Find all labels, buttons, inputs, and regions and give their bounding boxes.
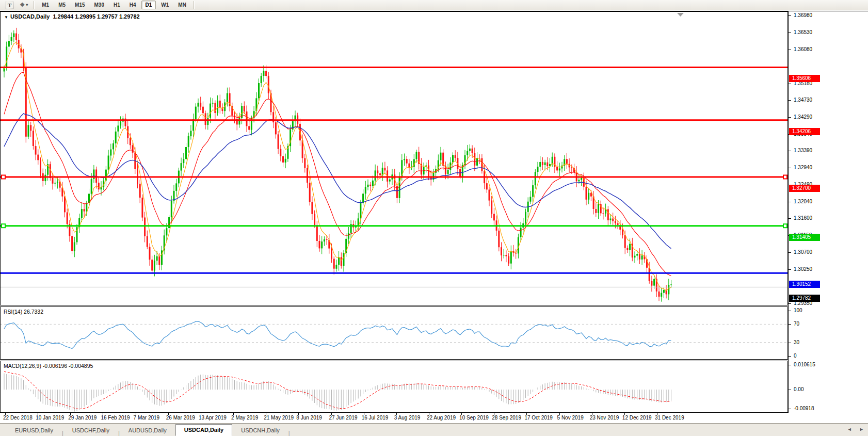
timeframe-button-D1[interactable]: D1: [141, 1, 156, 9]
timeframe-button-M15[interactable]: M15: [71, 1, 89, 9]
date-label: 10 Jan 2019: [36, 415, 64, 421]
date-label: 2 May 2019: [231, 415, 258, 421]
chevron-down-icon: ▾: [26, 3, 28, 7]
current-price-box: 1.29782: [789, 295, 820, 302]
toolbar-separator: [194, 1, 195, 9]
date-label: 21 May 2019: [264, 415, 294, 421]
mt4-window: T ❖ ▾ M1M5M15M30H1H4D1W1MN ▼USDCAD,Daily…: [0, 0, 868, 436]
tab-separator: |: [288, 428, 290, 436]
timeframe-button-M30[interactable]: M30: [90, 1, 108, 9]
date-label: 5 Nov 2019: [557, 415, 584, 421]
macd-tick-0.00: 0.00: [789, 386, 868, 393]
hline-price-box-1.31405: 1.31405: [789, 234, 820, 241]
price-tick-1.34730: 1.34730: [789, 96, 868, 104]
hline-price-box-1.34206: 1.34206: [789, 128, 820, 135]
chart-tab-bar: EURUSD,Daily|USDCHF,Daily|AUDUSD,DailyUS…: [0, 423, 868, 436]
date-label: 16 Feb 2019: [101, 415, 130, 421]
rsi-tick-70: 70: [789, 320, 868, 328]
hline-price-box-1.30152: 1.30152: [789, 281, 820, 288]
price-tick-1.30250: 1.30250: [789, 266, 868, 273]
date-label: 16 Jul 2019: [362, 415, 389, 421]
timeframe-group: M1M5M15M30H1H4D1W1MN: [37, 1, 191, 9]
timeframe-button-M1[interactable]: M1: [38, 1, 53, 9]
date-label: 27 Jun 2019: [329, 415, 358, 421]
objects-icon: ❖: [20, 2, 25, 8]
date-label: 31 Dec 2019: [655, 415, 684, 421]
rsi-tick-30: 30: [789, 339, 868, 346]
date-label: 8 Jun 2019: [296, 415, 322, 421]
date-label: 7 Mar 2019: [134, 415, 160, 421]
tab-scroll-left-icon[interactable]: ◄: [847, 427, 852, 432]
date-label: 17 Oct 2019: [524, 415, 552, 421]
rsi-panel[interactable]: [0, 306, 788, 360]
price-tick-1.36080: 1.36080: [789, 46, 868, 53]
hline-price-box-1.32700: 1.32700: [789, 185, 820, 192]
price-tick-1.33390: 1.33390: [789, 147, 868, 154]
price-axis[interactable]: 1.369801.365301.360801.351801.347301.342…: [788, 11, 868, 413]
date-label: 13 Apr 2019: [199, 415, 227, 421]
price-tick-1.36530: 1.36530: [789, 29, 868, 36]
date-label: 3 Aug 2019: [394, 415, 421, 421]
rsi-tick-100: 100: [789, 307, 868, 314]
toolbar-separator: [34, 1, 35, 9]
macd-panel[interactable]: [0, 361, 788, 413]
date-label: 26 Mar 2019: [166, 415, 195, 421]
rsi-label: RSI(14) 26.7332: [4, 309, 43, 315]
main-chart-panel[interactable]: [0, 11, 788, 305]
timeframe-button-H1[interactable]: H1: [109, 1, 124, 9]
objects-tool-button[interactable]: ❖ ▾: [17, 1, 30, 9]
timeframe-button-H4[interactable]: H4: [125, 1, 140, 9]
tab-audusd[interactable]: AUDUSD,Daily: [120, 425, 175, 436]
text-tool-button[interactable]: T: [3, 1, 16, 9]
toolbar: T ❖ ▾ M1M5M15M30H1H4D1W1MN: [0, 0, 868, 10]
ohlc-text: USDCAD,Daily 1.29844 1.29895 1.29757 1.2…: [10, 13, 140, 20]
date-label: 22 Aug 2019: [427, 415, 456, 421]
price-tick-1.31600: 1.31600: [789, 215, 868, 222]
date-axis[interactable]: 22 Dec 201810 Jan 201929 Jan 201916 Feb …: [0, 413, 868, 423]
timeframe-button-M5[interactable]: M5: [54, 1, 70, 9]
tab-usdcnh[interactable]: USDCNH,Daily: [232, 425, 288, 436]
macd-tick-0.010615: 0.010615: [789, 361, 868, 368]
tab-usdcad[interactable]: USDCAD,Daily: [175, 424, 232, 436]
price-tick-1.32040: 1.32040: [789, 198, 868, 205]
tab-scroll-right-icon[interactable]: ►: [859, 427, 864, 432]
date-label: 12 Dec 2019: [622, 415, 652, 421]
price-tick-1.34290: 1.34290: [789, 114, 868, 121]
date-label: 10 Sep 2019: [459, 415, 489, 421]
date-label: 22 Dec 2018: [3, 415, 33, 421]
tab-scroll-arrows: ◄ ►: [841, 427, 864, 432]
date-label: 28 Sep 2019: [492, 415, 521, 421]
price-tick-1.32940: 1.32940: [789, 164, 868, 171]
timeframe-button-MN[interactable]: MN: [174, 1, 190, 9]
rsi-tick-0: 0: [789, 352, 868, 360]
date-label: 23 Nov 2019: [590, 415, 619, 421]
price-tick-1.36980: 1.36980: [789, 12, 868, 19]
hline-price-box-1.35606: 1.35606: [789, 75, 820, 82]
tab-usdchf[interactable]: USDCHF,Daily: [63, 425, 118, 436]
tab-eurusd[interactable]: EURUSD,Daily: [6, 425, 62, 436]
date-label: 29 Jan 2019: [68, 415, 97, 421]
chevron-down-icon: ▼: [4, 15, 8, 20]
price-tick-1.30700: 1.30700: [789, 249, 868, 256]
macd-tick--0.00918: -0.00918: [789, 405, 868, 412]
ohlc-header: ▼USDCAD,Daily 1.29844 1.29895 1.29757 1.…: [4, 13, 140, 20]
timeframe-button-W1[interactable]: W1: [157, 1, 173, 9]
macd-label: MACD(12,26,9) -0.006196 -0.004895: [4, 363, 93, 369]
text-tool-icon: T: [6, 2, 13, 9]
